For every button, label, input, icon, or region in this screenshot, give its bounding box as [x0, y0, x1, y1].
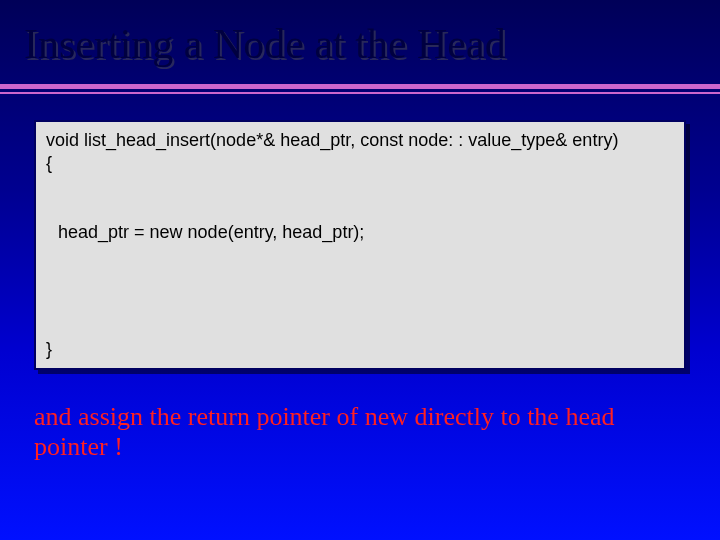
title-rule: [0, 84, 720, 94]
slide-title: Inserting a Node at the Head: [0, 0, 720, 66]
slide: Inserting a Node at the Head void list_h…: [0, 0, 720, 540]
caption-line-1: and assign the return pointer of new dir…: [34, 402, 614, 431]
code-brace-close: }: [46, 339, 52, 360]
code-signature: void list_head_insert(node*& head_ptr, c…: [46, 130, 674, 151]
rule-thick: [0, 84, 720, 89]
rule-thin: [0, 92, 720, 94]
code-box: void list_head_insert(node*& head_ptr, c…: [34, 120, 686, 370]
code-brace-open: {: [46, 153, 674, 174]
caption: and assign the return pointer of new dir…: [0, 370, 720, 462]
caption-line-2: pointer !: [34, 432, 123, 461]
code-body: head_ptr = new node(entry, head_ptr);: [58, 222, 364, 243]
